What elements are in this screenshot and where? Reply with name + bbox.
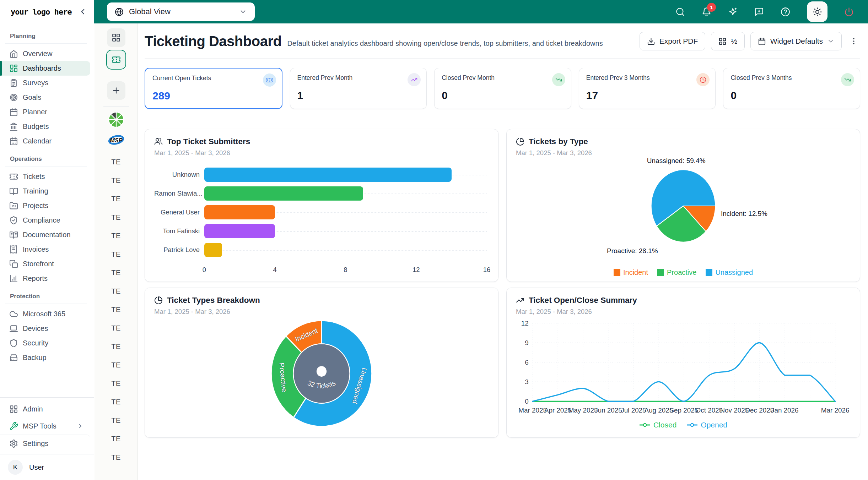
rail-tab[interactable]: TE: [111, 430, 121, 448]
sidebar-item-planner[interactable]: Planner: [0, 105, 90, 119]
layout-half-button[interactable]: ½: [711, 32, 745, 50]
legend-marker: [686, 422, 698, 427]
legend-swatch: [706, 269, 712, 276]
trending-up-icon: [408, 73, 421, 86]
sidebar-item-invoices[interactable]: Invoices: [0, 242, 90, 257]
rail-tab[interactable]: TE: [111, 190, 121, 208]
rail-tab[interactable]: TE: [111, 263, 121, 282]
msp-logo[interactable]: MSP: [108, 132, 124, 148]
chart-title: Ticket Open/Close Summary: [529, 296, 637, 305]
divider: [103, 106, 129, 107]
theme-toggle-button[interactable]: [807, 1, 827, 22]
chevron-down-icon: [239, 8, 247, 16]
rail-tab[interactable]: TE: [111, 227, 121, 245]
sidebar-item-projects[interactable]: Projects: [0, 198, 90, 213]
chart-card-ticket-types-breakdown: Ticket Types Breakdown Mar 1, 2025 - Mar…: [145, 288, 498, 438]
rail-tab[interactable]: TE: [111, 337, 121, 356]
bar-tom-fafinski[interactable]: [204, 224, 275, 238]
rail-tab[interactable]: TE: [111, 448, 121, 467]
x-tick: 4: [273, 266, 277, 274]
sidebar-item-settings[interactable]: Settings: [0, 435, 90, 452]
rail-tab[interactable]: TE: [111, 171, 121, 190]
sidebar-item-dashboards[interactable]: Dashboards: [0, 61, 90, 76]
sparkles-icon[interactable]: [728, 7, 738, 17]
legend-item-unassigned[interactable]: Unassigned: [706, 268, 753, 277]
sidebar-item-reports[interactable]: Reports: [0, 271, 90, 286]
rail-ticketing-tab[interactable]: [106, 50, 126, 70]
bar-unknown[interactable]: [204, 168, 452, 182]
sidebar-item-tickets[interactable]: Tickets: [0, 169, 90, 184]
sidebar-item-label: Settings: [23, 440, 48, 448]
rail-tab[interactable]: TE: [111, 319, 121, 337]
feedback-icon[interactable]: [754, 7, 764, 17]
x-tick: 0: [203, 266, 206, 274]
sidebar-item-devices[interactable]: Devices: [0, 321, 90, 336]
topbar: Global View 1: [94, 0, 868, 23]
rail-tab[interactable]: TE: [111, 282, 121, 300]
bar-chart-icon: [9, 274, 18, 283]
divider: [103, 76, 129, 76]
sidebar-item-admin[interactable]: Admin: [0, 400, 90, 418]
add-dashboard-button[interactable]: [107, 81, 125, 100]
sidebar-item-budgets[interactable]: Budgets: [0, 119, 90, 134]
rail-tab[interactable]: TE: [111, 300, 121, 319]
legend-item-proactive[interactable]: Proactive: [657, 268, 696, 277]
sidebar-item-calendar[interactable]: Calendar: [0, 134, 90, 148]
pinwheel-logo[interactable]: [108, 111, 124, 128]
bell-icon[interactable]: 1: [702, 7, 711, 17]
sidebar-item-goals[interactable]: Goals: [0, 90, 90, 105]
stat-label: Entered Prev 3 Months: [586, 74, 708, 82]
sidebar-item-label: Microsoft 365: [23, 310, 65, 318]
rail-tab[interactable]: TE: [111, 393, 121, 411]
rail-tab[interactable]: TE: [111, 208, 121, 227]
rail-tab[interactable]: TE: [111, 374, 121, 393]
widget-defaults-button[interactable]: Widget Defaults: [750, 32, 842, 50]
rail-tab[interactable]: TE: [111, 356, 121, 374]
rail-grid-button[interactable]: [107, 28, 125, 47]
bar-general-user[interactable]: [204, 205, 275, 219]
bar-patrick-love[interactable]: [204, 243, 222, 257]
globe-icon: [115, 7, 124, 16]
stat-card-closed-prev-3-months[interactable]: Closed Prev 3 Months0: [723, 68, 860, 109]
sidebar-item-backup[interactable]: Backup: [0, 350, 90, 365]
sidebar-item-surveys[interactable]: Surveys: [0, 76, 90, 90]
stat-card-closed-prev-month[interactable]: Closed Prev Month0: [434, 68, 571, 109]
stat-value: 0: [442, 89, 564, 102]
rail-tab[interactable]: TE: [111, 411, 121, 430]
bar-track: [204, 186, 487, 201]
sidebar-item-compliance[interactable]: Compliance: [0, 213, 90, 228]
bar-track: [204, 224, 487, 238]
sidebar-item-microsoft-365[interactable]: Microsoft 365: [0, 307, 90, 321]
bar-ramon-stawia[interactable]: [204, 186, 363, 201]
page-header: Ticketing Dashboard Default ticket analy…: [145, 32, 860, 59]
sidebar-item-overview[interactable]: Overview: [0, 47, 90, 61]
stat-card-entered-prev-month[interactable]: Entered Prev Month1: [290, 68, 427, 109]
sidebar-item-training[interactable]: Training: [0, 184, 90, 198]
export-pdf-button[interactable]: Export PDF: [640, 32, 706, 50]
user-row[interactable]: K User: [0, 454, 94, 480]
plus-icon: [112, 86, 121, 95]
rail-tab[interactable]: TE: [111, 153, 121, 171]
legend-item-closed[interactable]: Closed: [639, 421, 676, 429]
bar-row: Patrick Love: [154, 243, 489, 257]
stat-card-entered-prev-3-months[interactable]: Entered Prev 3 Months17: [579, 68, 716, 109]
power-icon[interactable]: [844, 7, 854, 17]
donut-chart: UnassignedProactiveIncident32 Tickets: [154, 317, 489, 430]
legend-item-opened[interactable]: Opened: [686, 421, 727, 429]
legend-item-incident[interactable]: Incident: [614, 268, 648, 277]
sidebar-item-security[interactable]: Security: [0, 336, 90, 350]
rail-tab[interactable]: TE: [111, 245, 121, 263]
more-options-button[interactable]: [847, 32, 860, 50]
search-icon[interactable]: [675, 7, 685, 17]
sidebar-item-msp-tools[interactable]: MSP Tools: [0, 418, 90, 435]
help-icon[interactable]: [781, 7, 790, 17]
main-content: Ticketing Dashboard Default ticket analy…: [138, 23, 868, 480]
section-label-planning: Planning: [5, 31, 87, 44]
sidebar-item-documentation[interactable]: Documentation: [0, 228, 90, 242]
stat-card-current-open-tickets[interactable]: Current Open Tickets289: [145, 68, 282, 109]
sidebar-collapse-icon[interactable]: [78, 7, 87, 16]
chart-title-row: Top Ticket Submitters: [154, 137, 489, 146]
view-selector[interactable]: Global View: [107, 2, 255, 21]
ticket-icon: [263, 73, 276, 87]
sidebar-item-storefront[interactable]: Storefront: [0, 257, 90, 271]
